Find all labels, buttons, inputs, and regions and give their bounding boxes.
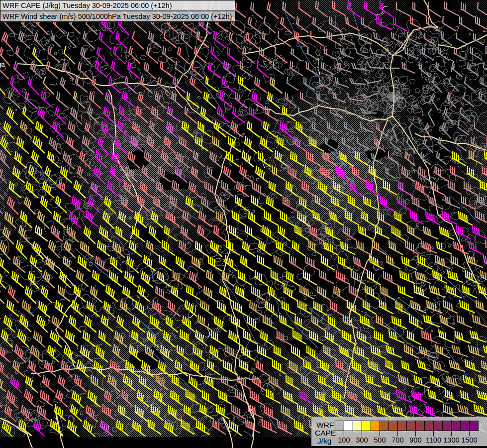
svg-text:WRF Wind shear (m/s) 500/1000h: WRF Wind shear (m/s) 500/1000hPa Tuesday… [2, 12, 232, 20]
svg-text:J/kg: J/kg [317, 437, 331, 445]
svg-text:900: 900 [409, 436, 421, 444]
svg-text:500: 500 [374, 436, 386, 444]
svg-text:WRF CAPE (J/kg) Tuesday 30-09-: WRF CAPE (J/kg) Tuesday 30-09-2025 06:00… [2, 1, 172, 9]
svg-text:ha: ha [0, 61, 5, 68]
svg-text:1300: 1300 [443, 436, 459, 444]
svg-text:CAPE: CAPE [315, 429, 336, 437]
svg-text:300: 300 [356, 436, 368, 444]
svg-text:1100: 1100 [426, 436, 441, 444]
svg-text:WRF: WRF [316, 421, 334, 429]
svg-text:700: 700 [391, 436, 403, 444]
svg-text:100: 100 [338, 436, 350, 444]
svg-text:1500: 1500 [461, 436, 477, 444]
